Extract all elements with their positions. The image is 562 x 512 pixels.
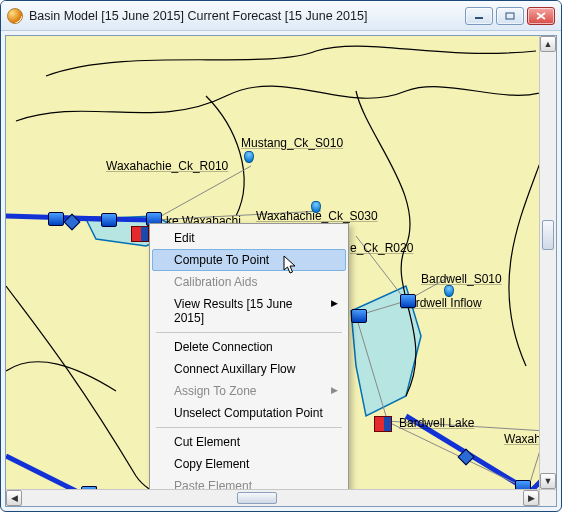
app-icon bbox=[7, 8, 23, 24]
menu-item-delete-connection[interactable]: Delete Connection bbox=[152, 336, 346, 358]
maximize-icon bbox=[505, 12, 515, 20]
drop-icon[interactable] bbox=[244, 151, 254, 163]
scroll-right-button[interactable] bbox=[523, 490, 539, 506]
drop-icon[interactable] bbox=[311, 201, 321, 213]
scroll-up-button[interactable] bbox=[540, 36, 556, 52]
map-label-bardwell-s010: Bardwell_S010 bbox=[421, 272, 502, 286]
menu-item-edit[interactable]: Edit bbox=[152, 227, 346, 249]
map-label-wax-r010: Waxahachie_Ck_R010 bbox=[106, 159, 228, 173]
reservoir-node[interactable] bbox=[131, 226, 149, 242]
horizontal-scroll-thumb[interactable] bbox=[237, 492, 277, 504]
menu-separator bbox=[156, 332, 342, 333]
application-window: Basin Model [15 June 2015] Current Forec… bbox=[0, 0, 562, 512]
map-label-wax-r020: e_Ck_R020 bbox=[350, 241, 413, 255]
close-button[interactable] bbox=[527, 7, 555, 25]
menu-separator bbox=[156, 427, 342, 428]
vertical-scrollbar[interactable] bbox=[539, 36, 556, 489]
junction-node[interactable] bbox=[400, 294, 416, 308]
map-label-bardwell-lake: Bardwell Lake bbox=[399, 416, 474, 430]
menu-item-unselect-cp[interactable]: Unselect Computation Point bbox=[152, 402, 346, 424]
junction-node[interactable] bbox=[101, 213, 117, 227]
minimize-icon bbox=[474, 12, 484, 20]
junction-node[interactable] bbox=[351, 309, 367, 323]
menu-item-paste-element: Paste Element bbox=[152, 475, 346, 489]
minimize-button[interactable] bbox=[465, 7, 493, 25]
svg-rect-0 bbox=[475, 17, 483, 19]
menu-item-copy-element[interactable]: Copy Element bbox=[152, 453, 346, 475]
junction-node[interactable] bbox=[515, 480, 531, 489]
menu-item-compute-to-point[interactable]: Compute To Point bbox=[152, 249, 346, 271]
horizontal-scroll-track[interactable] bbox=[22, 490, 523, 506]
menu-item-connect-aux[interactable]: Connect Auxillary Flow bbox=[152, 358, 346, 380]
scroll-left-button[interactable] bbox=[6, 490, 22, 506]
menu-item-view-results[interactable]: View Results [15 June 2015] bbox=[152, 293, 346, 329]
scrollbar-corner bbox=[539, 489, 556, 506]
menu-item-calibration-aids: Calibration Aids bbox=[152, 271, 346, 293]
scroll-down-button[interactable] bbox=[540, 473, 556, 489]
svg-rect-1 bbox=[506, 13, 514, 19]
titlebar[interactable]: Basin Model [15 June 2015] Current Forec… bbox=[1, 1, 561, 31]
vertical-scroll-track[interactable] bbox=[540, 52, 556, 473]
client-area: Mustang_Ck_S010 Waxahachie_Ck_R010 Waxah… bbox=[5, 35, 557, 507]
map-label-mustang: Mustang_Ck_S010 bbox=[241, 136, 343, 150]
map-label-wax-right: Waxah bbox=[504, 432, 539, 446]
close-icon bbox=[536, 12, 546, 20]
reservoir-node[interactable] bbox=[374, 416, 392, 432]
menu-item-cut-element[interactable]: Cut Element bbox=[152, 431, 346, 453]
window-buttons bbox=[465, 7, 555, 25]
horizontal-scrollbar[interactable] bbox=[6, 489, 539, 506]
junction-node[interactable] bbox=[48, 212, 64, 226]
maximize-button[interactable] bbox=[496, 7, 524, 25]
vertical-scroll-thumb[interactable] bbox=[542, 220, 554, 250]
context-menu: Edit Compute To Point Calibration Aids V… bbox=[149, 223, 349, 489]
window-title: Basin Model [15 June 2015] Current Forec… bbox=[29, 9, 459, 23]
drop-icon[interactable] bbox=[444, 285, 454, 297]
menu-item-assign-zone: Assign To Zone bbox=[152, 380, 346, 402]
map-canvas[interactable]: Mustang_Ck_S010 Waxahachie_Ck_R010 Waxah… bbox=[6, 36, 539, 489]
